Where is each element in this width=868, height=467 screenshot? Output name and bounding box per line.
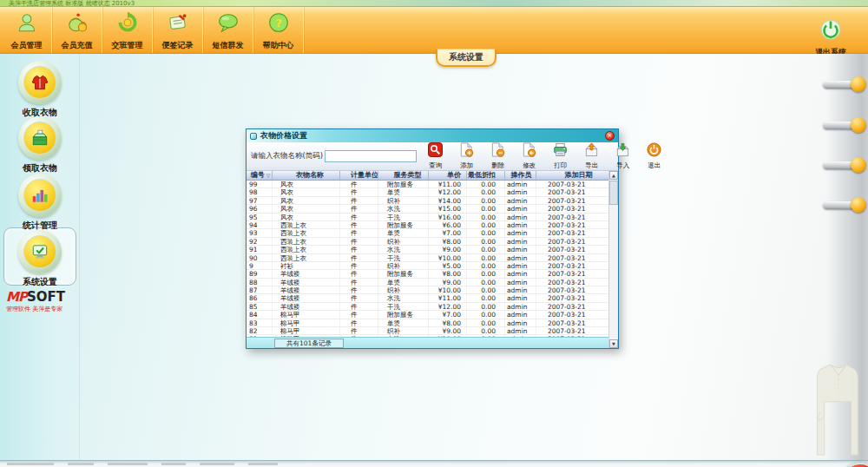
- binder-ring-icon: [823, 76, 866, 92]
- table-row[interactable]: 89 羊绒褛 件 附加服务 ¥8.00 0.00 admin 2007-03-2…: [247, 270, 610, 278]
- column-header-service[interactable]: 服务类型: [378, 171, 429, 180]
- table-row[interactable]: 90 西装上衣 件 干洗 ¥10.00 0.00 admin 2007-03-2…: [247, 254, 610, 262]
- toolbar-item-notes[interactable]: 便签记录: [153, 7, 203, 53]
- cell-date: 2007-03-21: [536, 188, 610, 195]
- cell-name: 羊绒褛: [273, 303, 340, 310]
- sidebar-item-receive-clothes[interactable]: 收取衣物: [0, 61, 80, 119]
- vertical-scrollbar[interactable]: ▲ ▼: [608, 171, 618, 348]
- sidebar-item-statistics[interactable]: 统计管理: [0, 174, 80, 232]
- binder-ring-icon: [823, 197, 866, 213]
- cell-name: 羊绒褛: [273, 270, 340, 277]
- cell-price: ¥7.00: [429, 311, 467, 318]
- cell-date: 2007-03-21: [536, 303, 610, 310]
- sidebar-item-pickup-clothes[interactable]: 领取衣物: [0, 116, 80, 174]
- window-title: 美萍干洗店管理系统 标准版 就绪状态 2010v3: [9, 0, 135, 7]
- print-button[interactable]: 打印: [549, 142, 571, 170]
- cell-id: 85: [247, 303, 273, 310]
- dialog-close-button[interactable]: ×: [605, 131, 615, 141]
- cell-unit: 件: [340, 181, 378, 187]
- column-header-operator[interactable]: 操作员: [505, 171, 536, 180]
- column-header-date[interactable]: 添加日期: [536, 171, 610, 180]
- table-row[interactable]: 95 风衣 件 干洗 ¥16.00 0.00 admin 2007-03-21: [247, 214, 610, 221]
- table-row[interactable]: 98 风衣 件 单烫 ¥12.00 0.00 admin 2007-03-21: [247, 188, 610, 196]
- tab-system-settings[interactable]: 系统设置: [436, 49, 496, 67]
- add-button[interactable]: 添加: [456, 142, 477, 170]
- table-row[interactable]: 87 羊绒褛 件 织补 ¥10.00 0.00 admin 2007-03-21: [247, 286, 610, 294]
- column-header-discount[interactable]: 最低折扣: [467, 171, 505, 180]
- brand-soft: SOFT: [27, 289, 65, 305]
- cell-service: 织补: [378, 238, 429, 245]
- table-row[interactable]: 85 羊绒褛 件 干洗 ¥12.00 0.00 admin 2007-03-21: [247, 303, 610, 311]
- member-icon: [16, 11, 38, 37]
- cell-service: 水洗: [378, 205, 429, 212]
- dialog-titlebar[interactable]: 衣物价格设置 ×: [247, 129, 618, 142]
- cell-date: 2007-03-21: [536, 279, 610, 286]
- cell-date: 2007-03-21: [536, 197, 610, 204]
- table-row[interactable]: 86 羊绒褛 件 水洗 ¥11.00 0.00 admin 2007-03-21: [247, 294, 610, 302]
- cell-unit: 件: [340, 262, 378, 269]
- toolbar-item-shift[interactable]: 交班管理: [102, 7, 153, 53]
- cell-service: 干洗: [378, 254, 429, 261]
- cell-name: 棉马甲: [273, 327, 340, 334]
- cell-discount: 0.00: [467, 181, 505, 187]
- cell-service: 单烫: [378, 188, 429, 195]
- modify-button[interactable]: 修改: [518, 142, 540, 170]
- scroll-thumb[interactable]: [609, 181, 618, 205]
- table-row[interactable]: 88 羊绒褛 件 单烫 ¥9.00 0.00 admin 2007-03-21: [247, 279, 610, 286]
- toolbar-item-label: 短信群发: [213, 40, 244, 51]
- cell-price: ¥11.00: [429, 294, 467, 301]
- cell-id: 95: [247, 214, 273, 220]
- cell-discount: 0.00: [467, 311, 505, 318]
- cell-id: 98: [247, 188, 273, 195]
- delete-button[interactable]: 删除: [487, 142, 509, 170]
- cell-discount: 0.00: [467, 286, 505, 293]
- toolbar-items: 会员管理 会员充值 交班管理 便签记录 短信群发 ? 帮助中心: [0, 7, 868, 53]
- column-header-unit[interactable]: 计量单位: [340, 171, 378, 180]
- table-row[interactable]: 94 西装上衣 件 附加服务 ¥6.00 0.00 admin 2007-03-…: [247, 221, 610, 229]
- cell-name: 西装上衣: [273, 221, 340, 228]
- column-header-price[interactable]: 单价: [429, 171, 467, 180]
- table-row[interactable]: 91 西装上衣 件 水洗 ¥9.00 0.00 admin 2007-03-21: [247, 246, 610, 253]
- toolbar-item-member[interactable]: 会员管理: [2, 7, 52, 53]
- cell-name: 西装上衣: [273, 229, 340, 236]
- table-row[interactable]: 82 棉马甲 件 织补 ¥9.00 0.00 admin 2007-03-21: [247, 327, 610, 335]
- record-count: 共有101条记录: [274, 339, 344, 348]
- cell-name: 棉马甲: [273, 319, 340, 326]
- table-row[interactable]: 97 风衣 件 织补 ¥14.00 0.00 admin 2007-03-21: [247, 197, 610, 205]
- cell-name: 西装上衣: [273, 238, 340, 245]
- cell-price: ¥12.00: [429, 188, 467, 195]
- toolbar-item-sms[interactable]: 短信群发: [203, 7, 253, 53]
- cell-operator: admin: [505, 303, 536, 310]
- query-button[interactable]: 查询: [424, 142, 446, 170]
- cell-service: 织补: [378, 327, 429, 334]
- toolbar-item-help[interactable]: ? 帮助中心: [253, 7, 304, 53]
- table-row[interactable]: 93 西装上衣 件 单烫 ¥7.00 0.00 admin 2007-03-21: [247, 229, 610, 237]
- column-header-name[interactable]: 衣物名称: [273, 171, 340, 180]
- table-row[interactable]: 92 西装上衣 件 织补 ¥8.00 0.00 admin 2007-03-21: [247, 238, 610, 246]
- cell-date: 2007-03-21: [536, 254, 610, 261]
- table-row[interactable]: 84 棉马甲 件 附加服务 ¥7.00 0.00 admin 2007-03-2…: [247, 311, 610, 319]
- cell-id: 91: [247, 246, 273, 253]
- cell-discount: 0.00: [467, 197, 505, 204]
- column-header-id[interactable]: 编号▽: [247, 171, 273, 180]
- cell-operator: admin: [505, 311, 536, 318]
- cell-discount: 0.00: [467, 319, 505, 326]
- sidebar-item-system-settings[interactable]: 系统设置: [0, 230, 80, 288]
- search-input[interactable]: [325, 150, 417, 162]
- scroll-up-icon[interactable]: ▲: [609, 171, 618, 180]
- cell-service: 织补: [378, 286, 429, 293]
- export-button[interactable]: 导出: [581, 142, 602, 170]
- import-button[interactable]: 导入: [612, 142, 634, 170]
- scroll-down-icon[interactable]: ▼: [609, 339, 618, 348]
- table-row[interactable]: 96 风衣 件 水洗 ¥15.00 0.00 admin 2007-03-21: [247, 205, 610, 213]
- table-row[interactable]: 83 棉马甲 件 单烫 ¥8.00 0.00 admin 2007-03-21: [247, 319, 610, 327]
- table-row[interactable]: 99 风衣 件 附加服务 ¥11.00 0.00 admin 2007-03-2…: [247, 181, 610, 188]
- table-row[interactable]: 9 衬衫 件 织补 ¥5.00 0.00 admin 2007-03-21: [247, 262, 610, 270]
- coat-watermark-icon: [811, 361, 866, 458]
- pickup-clothes-icon: [18, 116, 62, 160]
- cell-date: 2007-03-21: [536, 229, 610, 236]
- cell-service: 附加服务: [378, 221, 429, 228]
- toolbar-item-recharge[interactable]: 会员充值: [52, 7, 102, 53]
- cell-discount: 0.00: [467, 229, 505, 236]
- dialog-exit-button[interactable]: 退出: [643, 142, 665, 170]
